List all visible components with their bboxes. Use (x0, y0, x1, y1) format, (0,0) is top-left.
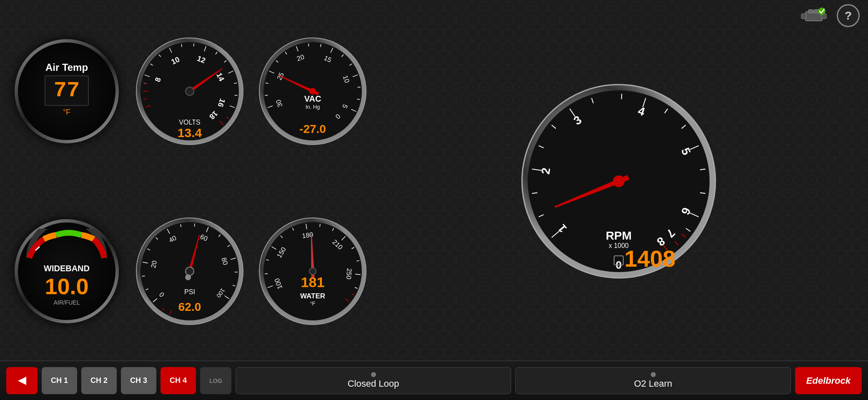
svg-text:RPM: RPM (605, 229, 631, 242)
closed-loop-label: Closed Loop (348, 378, 399, 389)
oil-pressure-gauge: 0 20 40 60 80 100 PSI 6 (131, 185, 248, 359)
svg-text:°F: °F (310, 300, 315, 307)
o2-learn-button[interactable]: O2 Learn (515, 367, 791, 394)
o2-learn-label: O2 Learn (634, 378, 672, 389)
svg-text:250: 250 (345, 268, 353, 280)
water-temp-gauge: 100 150 180 210 250 WATER °F (254, 185, 371, 359)
air-temp-gauge: Air Temp 77 °F (8, 4, 125, 178)
wideband-sublabel: AIR/FUEL (53, 299, 80, 306)
svg-text:20: 20 (150, 260, 158, 269)
wideband-value: 10.0 (45, 273, 88, 299)
svg-line-46 (309, 43, 309, 46)
svg-marker-164 (18, 377, 26, 385)
ch1-button[interactable]: CH 1 (42, 367, 77, 394)
vac-value: -27.0 (299, 122, 326, 135)
air-temp-value: 77 (54, 78, 80, 103)
o2-learn-indicator (651, 372, 656, 377)
svg-line-23 (235, 95, 238, 95)
svg-text:PSI: PSI (184, 288, 195, 295)
svg-line-17 (193, 43, 194, 46)
ch4-button[interactable]: CH 4 (161, 367, 196, 394)
svg-line-40 (265, 95, 268, 95)
oil-pressure-value: 62.0 (178, 300, 201, 313)
svg-line-115 (194, 224, 195, 227)
wideband-gauge: WIDEBAND 10.0 AIR/FUEL (8, 185, 125, 359)
edelbrock-button[interactable]: Edelbrock (795, 367, 862, 394)
bottom-toolbar: CH 1 CH 2 CH 3 CH 4 LOG Closed Loop O2 L… (0, 360, 868, 400)
svg-line-52 (358, 87, 361, 88)
svg-line-150 (355, 274, 361, 275)
svg-point-163 (309, 268, 316, 275)
air-temp-label: Air Temp (45, 62, 88, 73)
rpm-value: 1408 (624, 246, 675, 272)
svg-text:VOLTS: VOLTS (179, 119, 200, 126)
air-temp-unit: °F (63, 108, 70, 117)
brand-label: Edelbrock (806, 375, 850, 386)
vac-gauge: 30 25 20 15 10 5 0 VAC In. Hg (254, 4, 371, 178)
ch2-button[interactable]: CH 2 (81, 367, 117, 394)
volts-value: 13.4 (178, 126, 202, 140)
rpm-gauge: 1 2 3 4 5 6 7 8 0 (377, 4, 860, 358)
svg-text:In. Hg: In. Hg (306, 104, 320, 110)
log-button[interactable]: LOG (200, 367, 231, 394)
water-temp-value: 181 (301, 274, 325, 290)
svg-text:WATER: WATER (300, 292, 325, 300)
wideband-label: WIDEBAND (44, 264, 90, 273)
ch3-button[interactable]: CH 3 (121, 367, 156, 394)
volts-gauge: 8 10 12 14 16 18 VOLTS 13.4 (131, 4, 248, 178)
air-temp-display: 77 (45, 75, 89, 106)
gauge-grid: Air Temp 77 °F (8, 4, 860, 358)
svg-line-109 (142, 276, 145, 277)
back-button[interactable] (6, 367, 38, 394)
closed-loop-button[interactable]: Closed Loop (236, 367, 511, 394)
svg-text:VAC: VAC (304, 94, 321, 103)
closed-loop-indicator (371, 372, 376, 377)
